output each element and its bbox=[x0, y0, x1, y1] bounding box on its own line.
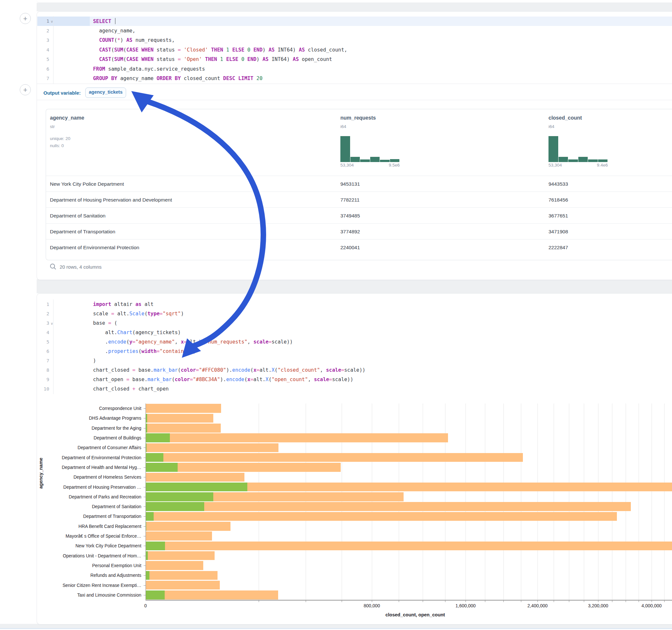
code-token: = bbox=[178, 47, 181, 53]
output-variable-label: Output variable: bbox=[44, 90, 81, 96]
bar-closed-count bbox=[146, 453, 523, 462]
line-number: 3 bbox=[40, 38, 49, 43]
code-token: AS bbox=[126, 37, 133, 43]
cell-agency-name: Department of Housing Preservation and D… bbox=[50, 197, 172, 203]
code-token: SUM bbox=[114, 56, 123, 62]
cell-value: 2240041 bbox=[340, 245, 360, 250]
gridline bbox=[598, 404, 598, 600]
column-header-name[interactable]: agency_name bbox=[50, 115, 84, 121]
gridline bbox=[465, 404, 466, 600]
dataframe-preview[interactable]: agency_namestrunique: 20nulls: 0num_requ… bbox=[46, 109, 672, 260]
column-header-name[interactable]: num_requests bbox=[340, 115, 376, 121]
code-token bbox=[202, 56, 205, 62]
gridline bbox=[664, 404, 665, 600]
histogram-bar bbox=[351, 157, 360, 162]
code-token: GROUP bbox=[93, 75, 108, 81]
code-token bbox=[254, 75, 257, 81]
code-token: END bbox=[247, 56, 257, 62]
bar-open-count bbox=[146, 483, 247, 492]
gridline bbox=[569, 404, 569, 600]
y-axis-label: Department of Transportation bbox=[47, 514, 141, 519]
code-line[interactable]: COUNT(*) AS num_requests, bbox=[93, 37, 175, 43]
y-axis-label: Operations Unit - Department of Hom… bbox=[47, 553, 141, 558]
bar-closed-count bbox=[146, 404, 221, 413]
code-token bbox=[93, 47, 99, 53]
y-axis-label: Mayorâ€ s Office of Special Enforce… bbox=[47, 534, 141, 539]
column-stat: nulls: 0 bbox=[50, 143, 64, 148]
code-token: open_count bbox=[299, 56, 332, 62]
code-token bbox=[108, 75, 111, 81]
cell-agency-name: Department of Sanitation bbox=[50, 213, 105, 219]
code-token: BY bbox=[175, 75, 181, 81]
y-axis-label: Senior Citizen Rent Increase Exempti… bbox=[47, 583, 141, 587]
code-token bbox=[244, 56, 247, 62]
histogram-max-label: 9.4e6 bbox=[549, 163, 608, 168]
add-cell-button-output[interactable]: + bbox=[20, 84, 31, 95]
code-token: closed_count, bbox=[305, 47, 347, 53]
code-token: 0 bbox=[247, 47, 250, 53]
code-token bbox=[223, 47, 226, 53]
code-line[interactable]: agency_name, bbox=[93, 28, 136, 34]
line-number: 2 bbox=[40, 28, 49, 33]
x-axis-title: closed_count, open_count bbox=[385, 612, 445, 617]
code-token: CASE bbox=[126, 47, 138, 53]
column-stat: unique: 20 bbox=[50, 136, 70, 141]
output-variable-pill[interactable]: agency_tickets bbox=[85, 88, 126, 98]
column-type-label: str bbox=[50, 124, 55, 129]
search-icon[interactable] bbox=[50, 263, 57, 270]
code-line[interactable]: FROM sample_data.nyc.service_requests bbox=[93, 66, 205, 72]
column-header-name[interactable]: closed_count bbox=[549, 115, 582, 121]
code-token: ( bbox=[111, 56, 114, 62]
cell-value: 7782211 bbox=[340, 197, 360, 203]
table-row[interactable]: New York City Police Department945313194… bbox=[46, 176, 672, 192]
y-axis-label: Refunds and Adjustments bbox=[47, 573, 141, 578]
bar-open-count bbox=[146, 463, 178, 472]
bar-open-count bbox=[146, 433, 170, 442]
code-line[interactable]: CAST(SUM(CASE WHEN status = 'Closed' THE… bbox=[93, 47, 347, 53]
code-token bbox=[217, 56, 220, 62]
code-token: AS bbox=[268, 47, 274, 53]
code-line[interactable]: CAST(SUM(CASE WHEN status = 'Open' THEN … bbox=[93, 56, 332, 62]
code-token: WHEN bbox=[141, 47, 153, 53]
bar-open-count bbox=[146, 492, 213, 501]
gridline bbox=[652, 404, 652, 600]
code-token: status bbox=[154, 56, 178, 62]
column-histogram bbox=[549, 136, 608, 162]
code-token: COUNT bbox=[99, 37, 115, 43]
x-axis-tick-label: 1,600,000 bbox=[455, 603, 476, 608]
code-fold-chevron-icon[interactable]: ∨ bbox=[51, 20, 53, 24]
bar-closed-count bbox=[146, 522, 231, 531]
line-number: 1 bbox=[40, 19, 49, 24]
x-axis-line bbox=[146, 600, 672, 601]
code-token: ( bbox=[123, 47, 126, 53]
add-cell-button-top[interactable]: + bbox=[20, 13, 31, 24]
bar-closed-count bbox=[146, 541, 672, 551]
y-axis-label: Correspondence Unit bbox=[47, 406, 141, 411]
code-token: num_requests, bbox=[132, 37, 175, 43]
table-row[interactable]: Department of Housing Preservation and D… bbox=[46, 192, 672, 208]
code-token bbox=[229, 47, 232, 53]
code-token: ( bbox=[123, 56, 126, 62]
code-token: 'Closed' bbox=[184, 47, 208, 53]
table-row[interactable]: Department of Environmental Protection22… bbox=[46, 239, 672, 256]
x-axis-tick-label: 4,000,000 bbox=[642, 603, 662, 608]
histogram-bar bbox=[390, 159, 400, 162]
code-token: closed_count bbox=[181, 75, 223, 81]
cell-agency-name: New York City Police Department bbox=[50, 181, 124, 187]
table-row[interactable]: Department of Transportation377489234719… bbox=[46, 223, 672, 240]
y-axis-label: Personal Exemption Unit bbox=[47, 563, 141, 568]
bar-open-count bbox=[146, 512, 154, 521]
sql-cell-card: 1∨SELECT 2 agency_name,3 COUNT(*) AS num… bbox=[37, 11, 672, 280]
code-token: 1 bbox=[220, 56, 223, 62]
code-line[interactable]: GROUP BY agency_name ORDER BY closed_cou… bbox=[93, 75, 263, 81]
line-number: 7 bbox=[40, 76, 49, 81]
code-line[interactable]: SELECT bbox=[93, 18, 115, 24]
table-row[interactable]: Department of Sanitation37494853677651 bbox=[46, 208, 672, 224]
table-row-count: 20 rows, 4 columns bbox=[59, 264, 101, 270]
cell-value: 3471908 bbox=[549, 229, 568, 235]
x-axis-tick-label: 800,000 bbox=[364, 603, 380, 608]
cell-value: 9443533 bbox=[549, 181, 568, 187]
code-token bbox=[238, 56, 241, 62]
gridline bbox=[503, 404, 504, 600]
bar-open-count bbox=[146, 551, 148, 560]
